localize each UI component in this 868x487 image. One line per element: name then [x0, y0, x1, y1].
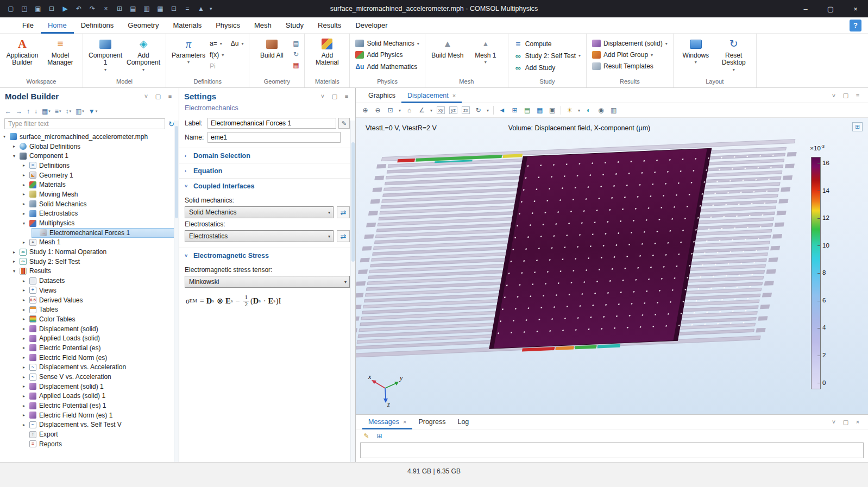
columns-icon[interactable]	[76, 107, 84, 115]
compute-button[interactable]: Compute	[512, 39, 582, 48]
solid-mechanics-select[interactable]: Solid Mechanics	[185, 206, 334, 218]
xy-plane-view-icon[interactable]	[437, 106, 445, 114]
chevron-collapsed-icon[interactable]	[23, 394, 29, 399]
build-mesh-button[interactable]: Build Mesh	[429, 35, 466, 77]
zoom-out-icon[interactable]	[374, 105, 382, 115]
chevron-collapsed-icon[interactable]	[23, 345, 29, 350]
chevron-collapsed-icon[interactable]	[13, 144, 19, 149]
tab-materials[interactable]: Materials	[166, 17, 209, 34]
name-input[interactable]	[207, 132, 341, 143]
variables-button[interactable]: a=	[208, 39, 224, 48]
tree-item-electric-potential-es[interactable]: Electric Potential (es)	[0, 343, 179, 353]
copy-icon[interactable]	[113, 2, 126, 15]
clear-messages-icon[interactable]	[362, 431, 370, 441]
tree-item-datasets[interactable]: Datasets	[0, 276, 179, 286]
chevron-collapsed-icon[interactable]	[23, 240, 29, 245]
qat-customize-icon[interactable]	[210, 6, 212, 11]
close-panel-icon[interactable]	[854, 419, 861, 426]
undock-panel-icon[interactable]	[154, 93, 162, 100]
tree-item-applied-loads-solid-1[interactable]: Applied Loads (solid) 1	[0, 391, 179, 401]
tab-definitions[interactable]: Definitions	[74, 17, 121, 34]
nonlocal-couplings-button[interactable]: Δu	[229, 39, 246, 48]
section-header-equation[interactable]: Equation	[179, 163, 355, 178]
add-study-button[interactable]: Add Study	[512, 63, 582, 72]
tree-item-electrostatics[interactable]: Electrostatics	[0, 209, 179, 219]
insert-sequence-icon[interactable]	[291, 39, 300, 47]
tree-item-sense-v-vs-acceleration[interactable]: Sense V vs. Acceleration	[0, 372, 179, 382]
tab-physics[interactable]: Physics	[209, 17, 247, 34]
rebuild-geometry-icon[interactable]	[291, 50, 300, 58]
plot-thumbnail-icon[interactable]	[852, 122, 863, 131]
tree-item-displacement-solid-1[interactable]: Displacement (solid) 1	[0, 382, 179, 391]
section-header-electromagnetic-stress[interactable]: Electromagnetic Stress	[179, 248, 355, 263]
tree-item-displacement-vs-self-test-v[interactable]: Displacement vs. Self Test V	[0, 420, 179, 430]
add-plot-group-button[interactable]: Add Plot Group	[590, 50, 669, 59]
tab-geometry[interactable]: Geometry	[121, 17, 166, 34]
undo-icon[interactable]	[72, 2, 85, 15]
open-file-icon[interactable]	[18, 2, 31, 15]
lock-icon[interactable]	[548, 105, 556, 115]
chevron-collapsed-icon[interactable]	[13, 250, 19, 255]
help-button[interactable]: ?	[850, 20, 861, 31]
chevron-collapsed-icon[interactable]	[23, 298, 29, 302]
forward-icon[interactable]	[16, 107, 22, 115]
move-up-icon[interactable]	[27, 107, 30, 115]
tab-log[interactable]: Log	[451, 415, 475, 429]
go-to-default-view-icon[interactable]	[405, 105, 413, 115]
tab-home[interactable]: Home	[41, 17, 74, 34]
settings-scrollbar[interactable]	[350, 121, 355, 462]
tree-item-electromechanical-forces-1[interactable]: Electromechanical Forces 1	[32, 228, 179, 238]
tree-item-multiphysics[interactable]: Multiphysics	[0, 218, 179, 228]
geometry-grid-icon[interactable]	[291, 61, 300, 69]
panel-options-icon[interactable]	[166, 93, 174, 100]
tree-item-electric-field-norm-es-1[interactable]: Electric Field Norm (es) 1	[0, 410, 179, 420]
paste-icon[interactable]	[127, 2, 140, 15]
maximize-button[interactable]	[818, 0, 843, 17]
chevron-collapsed-icon[interactable]	[23, 413, 29, 418]
chevron-collapsed-icon[interactable]	[13, 259, 19, 264]
compute-icon[interactable]	[181, 2, 194, 15]
chevron-collapsed-icon[interactable]	[23, 173, 29, 178]
create-interface-icon[interactable]	[337, 230, 350, 242]
tree-item-moving-mesh[interactable]: Moving Mesh	[0, 189, 179, 199]
build-all-button[interactable]: Build All	[253, 35, 290, 77]
filter-icon[interactable]	[89, 107, 97, 115]
panel-menu-icon[interactable]	[319, 93, 326, 100]
windows-button[interactable]: Windows	[677, 35, 714, 77]
tab-progress[interactable]: Progress	[412, 415, 451, 429]
sound-icon[interactable]	[498, 105, 506, 115]
cut-icon[interactable]	[99, 2, 112, 15]
chevron-collapsed-icon[interactable]	[23, 288, 29, 293]
tree-filter-input[interactable]	[4, 118, 165, 129]
chevron-collapsed-icon[interactable]	[23, 307, 29, 312]
minimize-button[interactable]	[793, 0, 818, 17]
functions-button[interactable]: f(x)	[208, 50, 245, 59]
model-manager-button[interactable]: Model Manager	[42, 35, 79, 77]
image-to-table-icon[interactable]	[523, 105, 531, 115]
section-header-coupled-interfaces[interactable]: Coupled Interfaces	[179, 179, 355, 193]
tree-item-displacement-vs-acceleration[interactable]: Displacement vs. Acceleration	[0, 363, 179, 372]
chevron-expanded-icon[interactable]	[13, 269, 19, 274]
panel-menu-icon[interactable]	[830, 419, 838, 426]
rename-icon[interactable]	[338, 118, 350, 129]
result-templates-button[interactable]: Result Templates	[590, 62, 669, 71]
tree-item-derived-values[interactable]: Derived Values	[0, 295, 179, 305]
duplicate-icon[interactable]	[140, 2, 153, 15]
add-material-button[interactable]: Add Material	[309, 35, 345, 77]
back-icon[interactable]	[5, 107, 11, 115]
model-manager-icon[interactable]	[45, 2, 58, 15]
close-tab-icon[interactable]	[403, 419, 406, 425]
tree-item-global-definitions[interactable]: Global Definitions	[0, 142, 179, 151]
study-selector[interactable]: Study 2: Self Test	[512, 51, 582, 60]
tree-item-export[interactable]: Export	[0, 429, 179, 439]
tree-item-color-tables[interactable]: Color Tables	[0, 314, 179, 324]
undock-panel-icon[interactable]	[331, 93, 338, 100]
show-settings-icon[interactable]	[42, 107, 51, 115]
print-icon[interactable]	[609, 105, 618, 115]
add-mathematics-button[interactable]: Add Mathematics	[354, 62, 420, 71]
label-input[interactable]	[207, 118, 336, 129]
delete-icon[interactable]	[154, 2, 167, 15]
panel-options-icon[interactable]	[343, 93, 350, 100]
chevron-collapsed-icon[interactable]	[23, 192, 29, 197]
tree-item-reports[interactable]: Reports	[0, 439, 179, 449]
